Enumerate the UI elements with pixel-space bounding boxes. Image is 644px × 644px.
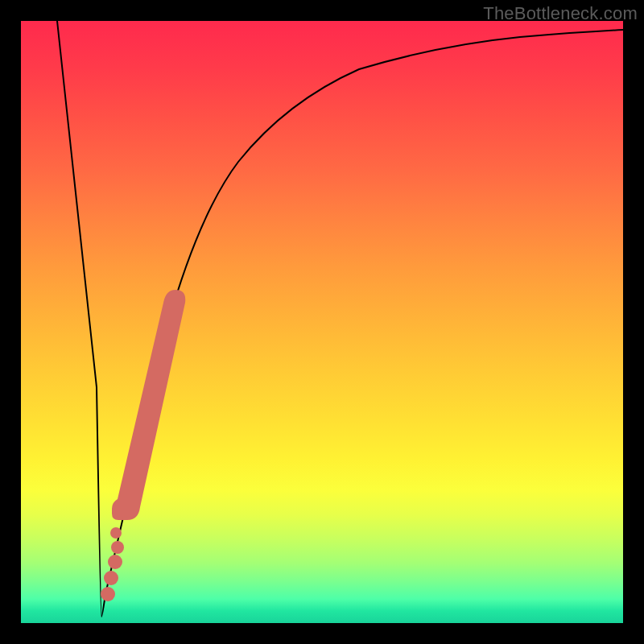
svg-point-3	[111, 541, 124, 554]
svg-point-4	[110, 527, 122, 539]
chart-svg	[21, 21, 623, 623]
highlight-blob-main	[112, 290, 185, 520]
svg-point-0	[101, 587, 115, 601]
svg-point-2	[108, 555, 122, 569]
highlight-blob-lower	[101, 527, 124, 601]
bottleneck-curve	[57, 21, 623, 617]
svg-point-1	[104, 571, 118, 585]
